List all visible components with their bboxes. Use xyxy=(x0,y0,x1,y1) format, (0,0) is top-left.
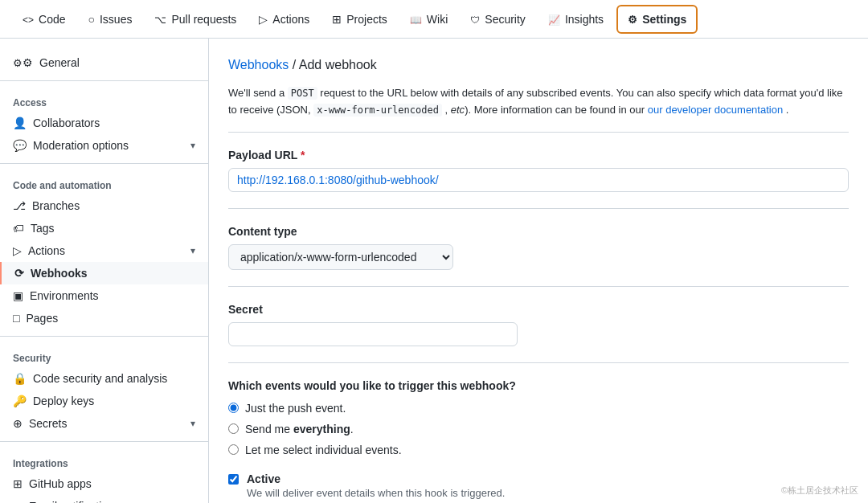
divider-3 xyxy=(0,336,208,337)
pr-icon xyxy=(154,13,166,26)
code-icon xyxy=(23,13,34,26)
radio-individual-label[interactable]: Let me select individual events. xyxy=(228,444,849,456)
webhook-icon: ⟳ xyxy=(14,267,24,280)
sidebar-item-environments[interactable]: ▣ Environments xyxy=(0,284,208,307)
code-automation-section-label: Code and automation xyxy=(0,170,208,194)
active-checkbox-content: Active We will deliver event details whe… xyxy=(247,472,505,499)
payload-url-input[interactable] xyxy=(228,168,849,192)
secret-label: Secret xyxy=(228,303,849,316)
sidebar-item-secrets[interactable]: ⊕ Secrets ▾ xyxy=(0,412,208,435)
payload-url-label: Payload URL * xyxy=(228,149,849,162)
apps-icon: ⊞ xyxy=(13,477,23,490)
sidebar-item-moderation[interactable]: 💬 Moderation options ▾ xyxy=(0,134,208,157)
wiki-icon xyxy=(410,13,422,26)
secret-group: Secret xyxy=(228,303,849,363)
nav-settings[interactable]: Settings xyxy=(616,5,698,34)
projects-icon xyxy=(332,13,342,26)
sidebar-item-webhooks[interactable]: ⟳ Webhooks xyxy=(0,262,208,284)
events-group: Which events would you like to trigger t… xyxy=(228,379,849,456)
page-icon: □ xyxy=(13,312,19,325)
sidebar-item-actions[interactable]: ▷ Actions ▾ xyxy=(0,239,208,262)
nav-actions[interactable]: Actions xyxy=(249,6,319,32)
access-section-label: Access xyxy=(0,88,208,112)
developer-docs-link[interactable]: our developer documentation xyxy=(648,104,783,116)
sidebar-item-collaborators[interactable]: 👤 Collaborators xyxy=(0,112,208,134)
chevron-down-icon-secrets: ▾ xyxy=(190,418,195,429)
payload-url-group: Payload URL * xyxy=(228,149,849,209)
page-layout: ⚙ General Access 👤 Collaborators 💬 Moder… xyxy=(0,39,868,503)
nav-pull-requests[interactable]: Pull requests xyxy=(145,6,246,32)
sidebar: ⚙ General Access 👤 Collaborators 💬 Moder… xyxy=(0,39,209,503)
sidebar-item-branches[interactable]: ⎇ Branches xyxy=(0,194,208,217)
divider-2 xyxy=(0,163,208,164)
radio-group: Just the push event. Send me everything.… xyxy=(228,402,849,456)
sidebar-item-github-apps[interactable]: ⊞ GitHub apps xyxy=(0,472,208,495)
key-icon: 🔑 xyxy=(13,395,27,407)
email-icon: ✉ xyxy=(13,500,23,503)
nav-issues[interactable]: Issues xyxy=(78,6,141,32)
top-nav: Code Issues Pull requests Actions Projec… xyxy=(0,0,868,39)
sidebar-item-general[interactable]: ⚙ General xyxy=(0,51,208,74)
integrations-section-label: Integrations xyxy=(0,448,208,472)
chevron-down-icon: ▾ xyxy=(190,140,195,151)
watermark: ©栋土居企技术社区 xyxy=(781,485,858,497)
comment-icon: 💬 xyxy=(13,139,27,152)
breadcrumb: Webhooks / Add webhook xyxy=(228,58,849,72)
security-icon xyxy=(470,13,480,26)
post-code: POST xyxy=(288,87,317,100)
sidebar-item-tags[interactable]: 🏷 Tags xyxy=(0,217,208,239)
actions-sidebar-icon: ▷ xyxy=(13,244,22,257)
breadcrumb-webhooks-link[interactable]: Webhooks xyxy=(228,58,289,72)
radio-everything-label[interactable]: Send me everything. xyxy=(228,423,849,436)
shield-icon: 🔒 xyxy=(13,372,27,385)
breadcrumb-separator: / xyxy=(293,58,299,72)
insights-icon xyxy=(548,13,560,26)
divider-1 xyxy=(0,80,208,81)
divider-4 xyxy=(0,441,208,442)
events-label: Which events would you like to trigger t… xyxy=(228,379,849,392)
active-label: Active xyxy=(247,472,505,485)
content-type-group: Content type application/x-www-form-urle… xyxy=(228,225,849,287)
sidebar-item-deploy-keys[interactable]: 🔑 Deploy keys xyxy=(0,390,208,412)
nav-projects[interactable]: Projects xyxy=(322,6,397,32)
security-section-label: Security xyxy=(0,343,208,367)
nav-wiki[interactable]: Wiki xyxy=(400,6,457,32)
settings-icon xyxy=(628,13,637,26)
git-branch-icon: ⎇ xyxy=(13,199,26,212)
actions-icon xyxy=(259,13,268,26)
required-marker: * xyxy=(301,149,305,162)
radio-everything[interactable] xyxy=(228,423,239,434)
gear-icon: ⚙ xyxy=(13,56,33,69)
env-icon: ▣ xyxy=(13,289,23,302)
radio-push-label[interactable]: Just the push event. xyxy=(228,402,849,415)
nav-code[interactable]: Code xyxy=(13,6,75,32)
active-checkbox[interactable] xyxy=(228,474,239,485)
active-desc: We will deliver event details when this … xyxy=(247,487,505,499)
info-box: We'll send a POST request to the URL bel… xyxy=(228,85,849,133)
chevron-down-icon-actions: ▾ xyxy=(190,245,195,256)
secret-input[interactable] xyxy=(228,322,518,346)
active-checkbox-row: Active We will deliver event details whe… xyxy=(228,472,849,499)
tag-icon: 🏷 xyxy=(13,222,24,235)
issues-icon xyxy=(88,13,94,26)
person-icon: 👤 xyxy=(13,117,27,129)
nav-insights[interactable]: Insights xyxy=(538,6,613,32)
sidebar-item-email-notifications[interactable]: ✉ Email notifications xyxy=(0,495,208,503)
radio-individual[interactable] xyxy=(228,444,239,455)
sidebar-item-code-security[interactable]: 🔒 Code security and analysis xyxy=(0,367,208,390)
breadcrumb-current: Add webhook xyxy=(299,58,377,72)
nav-security[interactable]: Security xyxy=(461,6,535,32)
main-content: Webhooks / Add webhook We'll send a POST… xyxy=(209,39,868,503)
content-type-select[interactable]: application/x-www-form-urlencoded applic… xyxy=(228,244,453,270)
content-type-label: Content type xyxy=(228,225,849,238)
sidebar-item-pages[interactable]: □ Pages xyxy=(0,307,208,329)
radio-push[interactable] xyxy=(228,403,239,413)
lock-icon: ⊕ xyxy=(13,417,23,430)
urlencoded-code: x-www-form-urlencoded xyxy=(313,104,442,117)
